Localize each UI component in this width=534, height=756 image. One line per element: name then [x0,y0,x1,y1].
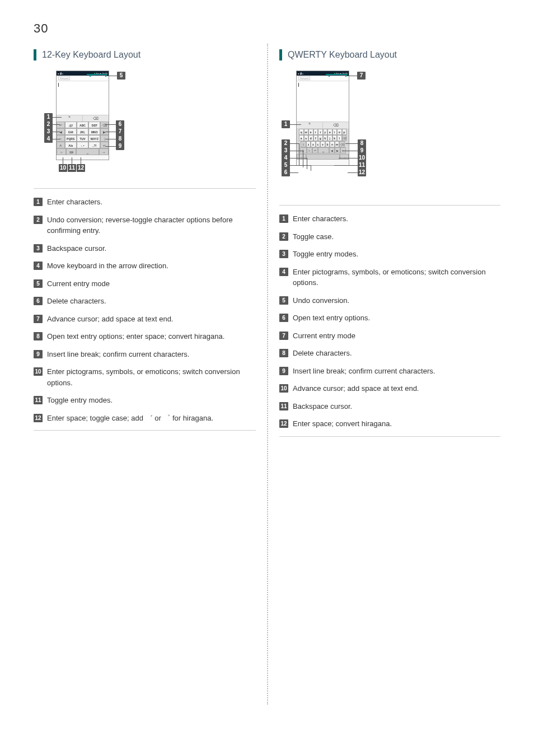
callout-accent [105,74,106,77]
qw-row: a s d f g h j k l ⌫ [298,135,348,141]
status-icons-left: ● ⇄ ○ [58,72,63,75]
legend-text: Advance cursor; add space at text end. [293,383,500,394]
callout-line [290,124,301,125]
kb-right: ⇢ [99,148,109,155]
legend-num-box: 1 [279,214,288,223]
qw-row: q w e r t y u i o p [298,129,348,135]
legend-item: 3Backspace cursor. [34,243,256,254]
callout-num: 12 [358,169,366,176]
callout-line [299,143,299,166]
legend-item: 10Advance cursor; add space at text end. [279,383,500,394]
left-column: 12-Key Keyboard Layout ● ⇄ ○ ▮ Sat ■ 15:… [34,44,267,704]
callout-line [307,158,307,169]
callout-line [53,139,60,139]
legend-item: 10Enter pictograms, symbols, or emoticon… [34,366,256,388]
qw-key: h [323,135,328,141]
legend-item: 4Move keyboard in the arrow direction. [34,260,256,272]
kb-picto: ☺ [57,148,66,155]
qw-key: d [308,135,313,141]
callout-line [105,146,116,147]
callout-line [105,132,116,132]
section-title-12key: 12-Key Keyboard Layout [34,49,256,60]
legend-text: Advance cursor; add space at text end. [47,314,256,325]
callout-num: 11 [358,161,366,169]
kb-key: .@/ [65,122,77,128]
kb-key: ABC [77,122,88,128]
kb-side-left: ↶ [57,122,65,128]
callout-num: 4 [282,154,290,162]
legend-item: 11Toggle entry modes. [34,395,256,406]
legend-item: 5Undo conversion. [279,295,500,306]
kb-space-bar [306,154,340,160]
legend-text: Enter characters. [47,197,256,208]
kb-key: MNO [88,128,100,135]
callout-num: 9 [116,142,124,150]
qw-key: i [332,129,338,135]
kb-key: DEF [88,122,100,128]
section-bar-icon [279,49,282,60]
qw-key: f [313,135,318,141]
legend-item: 1Enter characters. [34,197,256,208]
qw-picto: ☺ [307,147,312,153]
kb-top-row: × ⌫ [57,115,109,122]
kb-side-enter: ↵ [100,142,109,148]
qw-key: b [325,141,330,147]
legend-num-box: 7 [34,315,43,323]
qw-right: ▶ [335,147,340,153]
content-columns: 12-Key Keyboard Layout ● ⇄ ○ ▮ Sat ■ 15:… [34,44,500,704]
callout-accent [329,74,330,77]
legend-text: Current entry mode [47,278,256,290]
callout-line [311,165,311,171]
callout-num: 3 [282,147,290,155]
kb-key: ..?! [88,142,100,148]
callout-line [53,124,60,125]
callout-line [105,124,116,125]
legend-num-box: 6 [34,297,43,305]
legend-num-box: 12 [34,414,43,422]
kb-opts: ⋮ [297,154,306,160]
callout-line [334,165,358,166]
section-title-qwerty: QWERTY Keyboard Layout [279,49,500,60]
kb-key: TUV [77,135,88,142]
callout-num: 6 [116,120,124,128]
backspace-key: ⌫ [83,115,109,122]
qw-row: A ☺ ↶ ␣ ◀ ▶ ↵ [298,147,348,153]
kb-side-opts: ⋮ [100,135,109,142]
qw-key: y [323,129,328,135]
callout-num: 8 [116,135,124,143]
callout-accent [345,74,346,77]
kb-mode: ⌨ [66,148,76,155]
legend-text: Backspace cursor. [47,243,256,254]
qw-key: o [337,129,342,135]
legend-num-box: 5 [34,279,43,288]
legend-num-box: 3 [34,244,43,253]
qw-key: e [308,129,313,135]
qw-key: u [327,129,332,135]
callout-line [81,157,81,164]
cancel-key: × [57,115,83,122]
callout-num: 9 [358,147,366,155]
legend-item: 12Enter space; toggle case; add ゛ or ゜ f… [34,413,256,424]
callout-line [347,76,357,76]
kb-key: WXYZ [88,135,100,142]
kb-bottom-row: ⋮ ⇢ [297,154,349,160]
legend-text: Undo conversion. [293,295,500,306]
qw-undo: ↶ [312,147,318,153]
callout-line [63,157,63,164]
legend-num-box: 8 [279,349,288,357]
notepad-label: Notepad [58,76,70,80]
legend-text: Insert line break; confirm current chara… [47,349,256,360]
legend-num-box: 10 [34,367,43,376]
right-column: QWERTY Keyboard Layout ● ⇄ ○ ▮ Sat ■ 15:… [267,44,500,704]
legend-text: Toggle entry modes. [293,249,500,260]
kb-side-del: ⌫ [100,122,109,128]
kb-grid-qwerty: q w e r t y u i o p a s d [297,128,349,154]
qw-key: m [335,141,340,147]
legend-item: 7Current entry mode [279,330,500,342]
callout-num: 11 [68,164,76,172]
legend-item: 4Enter pictograms, symbols, or emoticons… [279,267,500,288]
qw-enter: ⌫ [339,141,345,147]
callout-num: 1 [282,120,290,128]
legend-item: 9Insert line break; confirm current char… [279,366,500,377]
callout-line [105,139,116,139]
